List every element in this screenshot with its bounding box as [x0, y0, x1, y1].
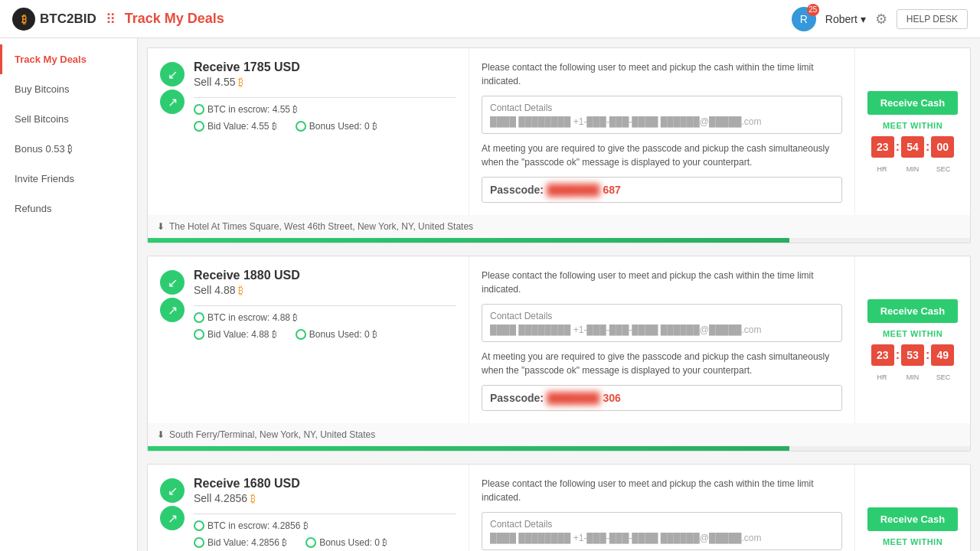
sidebar-item-refunds[interactable]: Refunds	[0, 194, 137, 223]
btc-symbol-2: ₿	[238, 284, 243, 296]
bid-value-stat-2: Bid Value: 4.88 ₿	[194, 329, 277, 340]
passcode-end-2: 306	[603, 392, 620, 404]
deal-left-1: ↙ ↗ Receive 1785 USD Sell 4.55₿ BTC in e…	[148, 48, 469, 215]
deal-header-row: ↙ ↗ Receive 1785 USD Sell 4.55₿ BTC in e…	[160, 60, 456, 138]
contact-box-3: Contact Details ████ ████████ +1-███-███…	[482, 512, 842, 550]
contact-msg-3: Please contact the following user to mee…	[482, 477, 842, 504]
deal-info-col: Receive 1880 USD Sell 4.88₿ BTC in escro…	[194, 269, 456, 346]
btc-escrow-stat-2: BTC in escrow: 4.88 ₿	[194, 312, 298, 323]
meet-within-label-3: MEET WITHIN	[883, 537, 942, 546]
bonus-stat-3: Bonus Used: 0 ₿	[305, 537, 387, 548]
deal-right-2: Receive Cash MEET WITHIN 23 : 53 : 49 HR…	[855, 256, 970, 423]
grid-icon[interactable]: ⠿	[106, 11, 116, 28]
timer-hr-1: 23	[871, 136, 894, 158]
location-icon-2: ⬇	[157, 429, 165, 440]
deal-location-2: ⬇ South Ferry/Terminal, New York, NY, Un…	[148, 423, 970, 446]
timer-min-2: 53	[901, 344, 924, 366]
deal-header-row: ↙ ↗ Receive 1680 USD Sell 4.2856₿ BTC in…	[160, 477, 456, 551]
logo-icon: ₿	[12, 8, 35, 31]
sidebar-item-buy-bitcoins[interactable]: Buy Bitcoins	[0, 74, 137, 104]
logo-text: BTC2BID	[40, 11, 96, 27]
contact-msg-1: Please contact the following user to mee…	[482, 60, 842, 88]
meet-msg-2: At meeting you are required to give the …	[482, 350, 842, 377]
meet-msg-1: At meeting you are required to give the …	[482, 142, 842, 169]
btc-escrow-stat-1: BTC in escrow: 4.55 ₿	[194, 104, 298, 115]
timer-sec-1: 00	[931, 136, 954, 158]
passcode-blur-2: ███████	[547, 392, 599, 404]
deal-body-2: ↙ ↗ Receive 1880 USD Sell 4.88₿ BTC in e…	[148, 256, 970, 423]
logo: ₿ BTC2BID	[12, 8, 96, 31]
timer-min-1: 54	[901, 136, 924, 158]
deal-stats2-3: Bid Value: 4.2856 ₿ Bonus Used: 0 ₿	[194, 537, 456, 548]
receive-cash-button-2[interactable]: Receive Cash	[867, 299, 958, 323]
passcode-label-1: Passcode:	[490, 184, 544, 196]
deal-center-2: Please contact the following user to mee…	[469, 256, 855, 423]
btc-symbol: ₿	[21, 13, 27, 25]
bid-value-stat-3: Bid Value: 4.2856 ₿	[194, 537, 287, 548]
deal-header-row: ↙ ↗ Receive 1880 USD Sell 4.88₿ BTC in e…	[160, 269, 456, 346]
bid-label: Bid Value: 4.88 ₿	[207, 329, 277, 340]
deal-card-1: ↙ ↗ Receive 1785 USD Sell 4.55₿ BTC in e…	[147, 47, 971, 243]
notification-badge[interactable]: R 25	[792, 7, 816, 31]
location-text-1: The Hotel At Times Square, West 46th Str…	[169, 221, 473, 232]
sidebar-item-bonus[interactable]: Bonus 0.53 ₿	[0, 134, 137, 164]
sidebar-item-sell-bitcoins[interactable]: Sell Bitcoins	[0, 104, 137, 134]
sell-icon-1: ↗	[160, 90, 185, 114]
timer-labels-2: HR MIN SEC	[871, 373, 955, 381]
deal-center-1: Please contact the following user to mee…	[469, 48, 855, 215]
deal-right-1: Receive Cash MEET WITHIN 23 : 54 : 00 HR…	[855, 48, 970, 215]
chevron-down-icon: ▾	[861, 13, 866, 25]
timer-colon1-1: :	[896, 140, 900, 154]
deal-stats-1: BTC in escrow: 4.55 ₿	[194, 104, 456, 115]
timer-colon2-2: :	[926, 348, 929, 362]
contact-label-3: Contact Details	[490, 519, 834, 530]
bonus-label: Bonus Used: 0 ₿	[319, 537, 387, 548]
deal-stats-2: BTC in escrow: 4.88 ₿	[194, 312, 456, 323]
progress-bar-1	[148, 238, 789, 243]
timer-labels-1: HR MIN SEC	[871, 165, 955, 173]
sell-icon-2: ↗	[160, 298, 185, 322]
sidebar-item-invite-friends[interactable]: Invite Friends	[0, 164, 137, 194]
sell-amount-2: Sell 4.88₿	[194, 284, 456, 296]
deal-left-3: ↙ ↗ Receive 1680 USD Sell 4.2856₿ BTC in…	[148, 465, 469, 551]
passcode-label-2: Passcode:	[490, 392, 544, 404]
receive-icon-3: ↙	[160, 478, 185, 503]
bid-label: Bid Value: 4.2856 ₿	[207, 537, 287, 548]
hr-label-2: HR	[871, 373, 893, 381]
deal-stats2-2: Bid Value: 4.88 ₿ Bonus Used: 0 ₿	[194, 329, 456, 340]
deal-right-3: Receive Cash MEET WITHIN 23 : 53 : 9 HR …	[855, 465, 970, 551]
contact-info-3: ████ ████████ +1-███-███-████ ██████@███…	[490, 533, 834, 543]
timer-colon1-2: :	[896, 348, 900, 362]
location-text-2: South Ferry/Terminal, New York, NY, Unit…	[169, 429, 375, 440]
deal-body-3: ↙ ↗ Receive 1680 USD Sell 4.2856₿ BTC in…	[148, 465, 970, 551]
bonus-dot	[305, 537, 316, 548]
btc-escrow-stat-3: BTC in escrow: 4.2856 ₿	[194, 520, 309, 531]
help-desk-button[interactable]: HELP DESK	[897, 9, 968, 29]
passcode-blur-1: ███████	[547, 184, 599, 196]
deal-center-3: Please contact the following user to mee…	[469, 465, 855, 551]
contact-info-1: ████ ████████ +1-███-███-████ ██████@███…	[490, 116, 834, 127]
bonus-dot	[296, 121, 306, 132]
deal-icons-col: ↙ ↗	[160, 62, 185, 114]
btc-symbol-3: ₿	[250, 492, 256, 504]
contact-label-1: Contact Details	[490, 103, 834, 113]
layout: Track My Deals Buy Bitcoins Sell Bitcoin…	[0, 38, 980, 551]
receive-amount-3: Receive 1680 USD	[194, 477, 456, 491]
receive-amount-2: Receive 1880 USD	[194, 269, 456, 282]
receive-cash-button-1[interactable]: Receive Cash	[867, 91, 958, 115]
settings-icon[interactable]: ⚙	[875, 11, 887, 28]
bonus-label: Bonus Used: 0 ₿	[309, 329, 377, 340]
notification-count: 25	[807, 4, 819, 16]
min-label-1: MIN	[901, 165, 924, 173]
bonus-stat-2: Bonus Used: 0 ₿	[296, 329, 377, 340]
receive-icon-2: ↙	[160, 270, 185, 295]
min-label-2: MIN	[901, 373, 924, 381]
deal-card-2: ↙ ↗ Receive 1880 USD Sell 4.88₿ BTC in e…	[147, 256, 971, 452]
bid-label: Bid Value: 4.55 ₿	[207, 121, 277, 132]
receive-icon-1: ↙	[160, 62, 185, 86]
timer-sec-2: 49	[931, 344, 954, 366]
receive-cash-button-3[interactable]: Receive Cash	[867, 507, 958, 531]
hr-label-1: HR	[871, 165, 893, 173]
sidebar-item-track-my-deals[interactable]: Track My Deals	[0, 44, 137, 74]
user-name[interactable]: Robert ▾	[825, 13, 866, 25]
